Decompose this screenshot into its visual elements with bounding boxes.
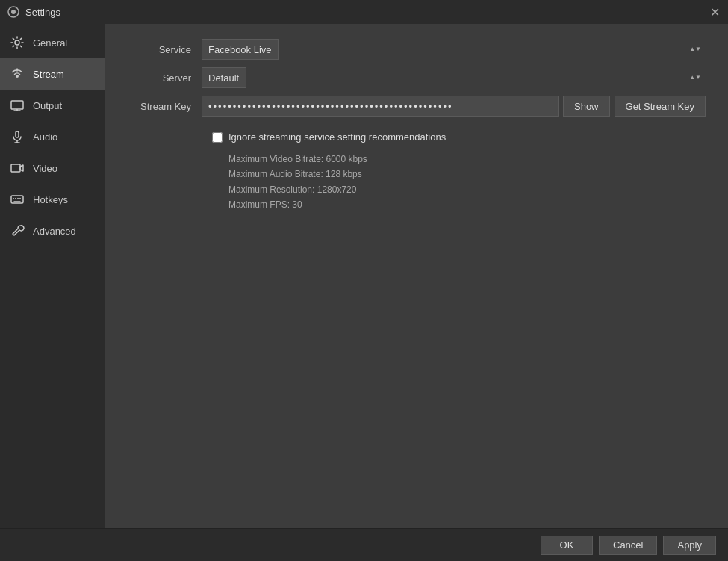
- max-audio-bitrate: Maximum Audio Bitrate: 128 kbps: [228, 167, 706, 182]
- service-row: Service Facebook Live: [127, 39, 706, 60]
- service-label: Service: [127, 44, 202, 55]
- ignore-checkbox-row: Ignore streaming service setting recomme…: [212, 131, 706, 143]
- sidebar: General Stream: [0, 24, 105, 528]
- stream-key-row: Stream Key Show Get Stream Key: [127, 96, 706, 117]
- server-label: Server: [127, 72, 202, 84]
- svg-rect-11: [11, 164, 20, 172]
- sidebar-item-stream[interactable]: Stream: [0, 58, 105, 90]
- keyboard-icon: [9, 191, 25, 208]
- sidebar-label-hotkeys: Hotkeys: [33, 194, 68, 205]
- main-layout: General Stream: [0, 24, 728, 528]
- gear-icon: [9, 34, 25, 51]
- info-lines: Maximum Video Bitrate: 6000 kbps Maximum…: [228, 152, 706, 213]
- audio-icon: [9, 128, 25, 145]
- sidebar-item-output[interactable]: Output: [0, 90, 105, 121]
- wrench-icon: [9, 223, 25, 239]
- svg-point-2: [15, 40, 19, 45]
- sidebar-item-video[interactable]: Video: [0, 152, 105, 184]
- max-resolution: Maximum Resolution: 1280x720: [228, 182, 706, 197]
- sidebar-item-general[interactable]: General: [0, 27, 105, 58]
- titlebar: Settings ✕: [0, 0, 728, 24]
- sidebar-label-stream: Stream: [33, 69, 64, 80]
- sidebar-label-advanced: Advanced: [33, 226, 76, 237]
- get-stream-key-button[interactable]: Get Stream Key: [615, 96, 706, 117]
- service-control: Facebook Live: [202, 39, 706, 60]
- main-content-area: Service Facebook Live Server Default: [105, 24, 728, 528]
- stream-key-label: Stream Key: [127, 101, 202, 112]
- server-select-wrapper: Default: [202, 67, 706, 88]
- ignore-checkbox[interactable]: [212, 132, 223, 143]
- cancel-button[interactable]: Cancel: [599, 536, 657, 555]
- bottom-bar: OK Cancel Apply: [0, 528, 728, 561]
- video-icon: [9, 160, 25, 176]
- apply-button[interactable]: Apply: [663, 536, 716, 555]
- titlebar-left: Settings: [7, 6, 60, 18]
- settings-window: Settings ✕ General: [0, 0, 728, 561]
- max-fps: Maximum FPS: 30: [228, 197, 706, 212]
- svg-point-1: [11, 10, 16, 14]
- ignore-label: Ignore streaming service setting recomme…: [228, 131, 446, 143]
- stream-key-input[interactable]: [202, 96, 559, 117]
- sidebar-label-output: Output: [33, 100, 62, 111]
- app-icon: [7, 6, 19, 18]
- sidebar-label-general: General: [33, 37, 67, 49]
- svg-rect-8: [16, 131, 19, 137]
- stream-key-control: Show Get Stream Key: [202, 96, 706, 117]
- output-icon: [9, 97, 25, 114]
- window-title: Settings: [25, 7, 60, 18]
- svg-rect-5: [11, 101, 23, 109]
- service-select-wrapper: Facebook Live: [202, 39, 706, 60]
- server-select[interactable]: Default: [202, 67, 246, 88]
- info-section: Ignore streaming service setting recomme…: [212, 131, 706, 213]
- signal-icon: [9, 66, 25, 82]
- max-video-bitrate: Maximum Video Bitrate: 6000 kbps: [228, 152, 706, 167]
- sidebar-item-audio[interactable]: Audio: [0, 121, 105, 152]
- sidebar-label-video: Video: [33, 163, 57, 174]
- sidebar-item-hotkeys[interactable]: Hotkeys: [0, 184, 105, 215]
- sidebar-item-advanced[interactable]: Advanced: [0, 215, 105, 247]
- svg-point-3: [16, 75, 19, 78]
- server-row: Server Default: [127, 67, 706, 88]
- service-select[interactable]: Facebook Live: [202, 39, 279, 60]
- sidebar-label-audio: Audio: [33, 131, 57, 143]
- server-control: Default: [202, 67, 706, 88]
- ok-button[interactable]: OK: [541, 536, 593, 555]
- close-button[interactable]: ✕: [709, 6, 721, 18]
- show-stream-key-button[interactable]: Show: [563, 96, 610, 117]
